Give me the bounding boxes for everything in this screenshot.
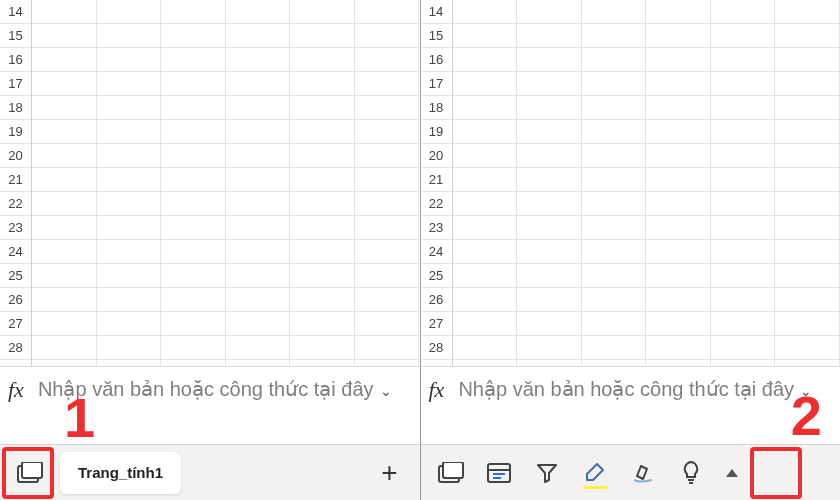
cell[interactable] [582, 192, 647, 216]
formula-bar[interactable]: fx Nhập văn bản hoặc công thức tại đây⌄ [421, 366, 841, 444]
cell[interactable] [355, 48, 420, 72]
spreadsheet-grid[interactable]: 1415161718192021222324252627282930 [421, 0, 841, 366]
card-view-icon[interactable] [475, 451, 523, 495]
cell[interactable] [161, 192, 226, 216]
row-header[interactable]: 18 [0, 96, 31, 120]
cell[interactable] [226, 336, 291, 360]
cell[interactable] [646, 336, 711, 360]
row-header[interactable]: 14 [421, 0, 452, 24]
cell[interactable] [226, 96, 291, 120]
cell[interactable] [32, 192, 97, 216]
formula-input[interactable]: Nhập văn bản hoặc công thức tại đây⌄ [458, 375, 832, 403]
cell[interactable] [32, 0, 97, 24]
cell[interactable] [161, 168, 226, 192]
cell[interactable] [97, 216, 162, 240]
cell[interactable] [646, 288, 711, 312]
cell[interactable] [290, 24, 355, 48]
cell[interactable] [711, 48, 776, 72]
cell[interactable] [711, 336, 776, 360]
cell[interactable] [97, 168, 162, 192]
cell[interactable] [517, 72, 582, 96]
cell[interactable] [517, 240, 582, 264]
cell[interactable] [711, 240, 776, 264]
row-header[interactable]: 17 [421, 72, 452, 96]
cell[interactable] [32, 216, 97, 240]
row-header[interactable]: 25 [0, 264, 31, 288]
cell[interactable] [517, 168, 582, 192]
cell[interactable] [32, 168, 97, 192]
cell[interactable] [775, 312, 840, 336]
cell[interactable] [453, 216, 518, 240]
cell[interactable] [453, 24, 518, 48]
row-header[interactable]: 14 [0, 0, 31, 24]
formula-input[interactable]: Nhập văn bản hoặc công thức tại đây⌄ [38, 375, 412, 403]
cell[interactable] [775, 120, 840, 144]
cell[interactable] [582, 168, 647, 192]
cell[interactable] [32, 96, 97, 120]
cell[interactable] [290, 96, 355, 120]
cell[interactable] [355, 0, 420, 24]
cell[interactable] [711, 168, 776, 192]
cell[interactable] [582, 264, 647, 288]
highlighter-icon[interactable] [571, 451, 619, 495]
cell[interactable] [32, 72, 97, 96]
cell[interactable] [290, 72, 355, 96]
cell[interactable] [582, 24, 647, 48]
cell[interactable] [711, 72, 776, 96]
cell[interactable] [775, 24, 840, 48]
row-header[interactable]: 20 [0, 144, 31, 168]
cell[interactable] [453, 96, 518, 120]
cell[interactable] [582, 0, 647, 24]
cells-area[interactable] [32, 0, 420, 366]
cell[interactable] [355, 96, 420, 120]
cell[interactable] [517, 0, 582, 24]
row-header[interactable]: 24 [421, 240, 452, 264]
cell[interactable] [582, 72, 647, 96]
cell[interactable] [161, 120, 226, 144]
cell[interactable] [32, 288, 97, 312]
cell[interactable] [646, 72, 711, 96]
cell[interactable] [646, 24, 711, 48]
cell[interactable] [161, 48, 226, 72]
cell[interactable] [517, 24, 582, 48]
cell[interactable] [517, 336, 582, 360]
filter-icon[interactable] [523, 451, 571, 495]
cell[interactable] [97, 336, 162, 360]
cell[interactable] [646, 216, 711, 240]
cell[interactable] [646, 168, 711, 192]
cell[interactable] [97, 72, 162, 96]
cell[interactable] [582, 336, 647, 360]
row-header[interactable]: 16 [0, 48, 31, 72]
cell[interactable] [97, 264, 162, 288]
cell[interactable] [711, 312, 776, 336]
cell[interactable] [646, 144, 711, 168]
cell[interactable] [290, 336, 355, 360]
cell[interactable] [355, 120, 420, 144]
cell[interactable] [775, 216, 840, 240]
cell[interactable] [97, 96, 162, 120]
add-sheet-button[interactable]: + [365, 457, 413, 489]
cell[interactable] [32, 48, 97, 72]
cell[interactable] [453, 288, 518, 312]
cell[interactable] [97, 48, 162, 72]
cell[interactable] [711, 288, 776, 312]
cell[interactable] [582, 312, 647, 336]
cell[interactable] [97, 120, 162, 144]
cell[interactable] [517, 312, 582, 336]
cell[interactable] [517, 48, 582, 72]
cell[interactable] [290, 312, 355, 336]
cell[interactable] [775, 240, 840, 264]
row-header[interactable]: 23 [421, 216, 452, 240]
cell[interactable] [646, 312, 711, 336]
cell[interactable] [290, 144, 355, 168]
cell[interactable] [290, 120, 355, 144]
cell[interactable] [355, 288, 420, 312]
cell[interactable] [355, 264, 420, 288]
row-header[interactable]: 20 [421, 144, 452, 168]
sheet-tab[interactable]: Trang_tính1 [60, 452, 181, 494]
cell[interactable] [226, 288, 291, 312]
cell[interactable] [517, 120, 582, 144]
cell[interactable] [355, 72, 420, 96]
cell[interactable] [161, 72, 226, 96]
cell[interactable] [453, 0, 518, 24]
